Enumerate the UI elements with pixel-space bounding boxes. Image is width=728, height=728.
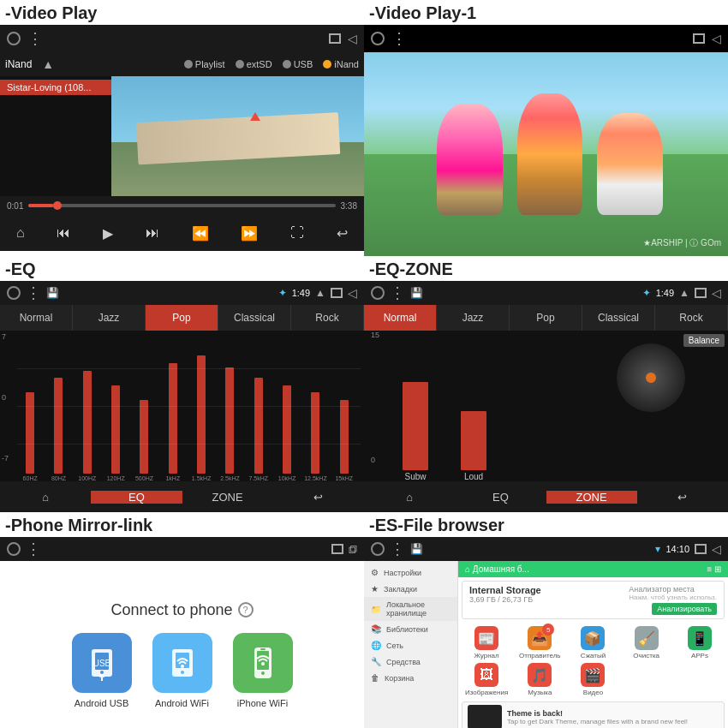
vp-fwd-btn[interactable]: ⏩	[234, 222, 265, 245]
vp1-back-icon[interactable]: ◁	[712, 32, 721, 45]
vp1-window-icon[interactable]	[693, 33, 705, 44]
eq-mode-pop[interactable]: Pop	[146, 305, 218, 331]
es-sidebar-settings[interactable]: ⚙ Настройки	[364, 564, 457, 581]
es-sidebar-local[interactable]: 📁 Локальное хранилище	[364, 597, 457, 621]
eqz-bottom-bar: ⌂ EQ ZONE ↩	[364, 481, 728, 512]
eqz-knob[interactable]	[617, 343, 685, 412]
eqz-circle-icon[interactable]	[371, 286, 385, 300]
vp1-circle-icon[interactable]	[371, 32, 385, 45]
eqz-window-icon[interactable]	[695, 288, 707, 298]
eq-menu-icon[interactable]: ⋮	[26, 283, 41, 302]
phone-menu-icon[interactable]: ⋮	[26, 540, 41, 558]
eqz-zone-btn[interactable]: ZONE	[546, 491, 637, 504]
es-sidebar-libraries[interactable]: 📚 Библиотеки	[364, 621, 457, 637]
es-menu-icon[interactable]: ⋮	[390, 540, 405, 558]
eqz-home-btn[interactable]: ⌂	[364, 491, 455, 504]
es-sidebar-bookmarks[interactable]: ★ Закладки	[364, 581, 457, 597]
phone-android-wifi[interactable]: Android WiFi	[152, 633, 212, 708]
eq-zone-btn[interactable]: ZONE	[182, 491, 273, 504]
phone-android-usb[interactable]: USB Android USB	[72, 633, 132, 708]
es-back-icon[interactable]: ◁	[712, 542, 721, 556]
eq-mode-rock[interactable]: Rock	[291, 305, 364, 331]
eq-mode-normal[interactable]: Normal	[0, 305, 73, 331]
vp-src-playlist[interactable]: Playlist	[184, 59, 225, 69]
vp-prev-btn[interactable]: ⏮	[50, 222, 77, 244]
phone-connect-text: Connect to phone ?	[110, 601, 253, 619]
es-grid-sender[interactable]: 📤 5 Отправитель	[515, 626, 564, 659]
es-theme-banner[interactable]: Theme is back! Tap to get Dark Theme, ma…	[462, 701, 725, 728]
eq-circle-icon[interactable]	[7, 286, 21, 300]
vp-menu-icon[interactable]: ⋮	[27, 29, 44, 48]
vp-next-btn[interactable]: ⏭	[139, 222, 166, 244]
es-grid-clean[interactable]: 🧹 Очистка	[622, 626, 671, 659]
eqz-mode-jazz[interactable]: Jazz	[437, 305, 510, 331]
eqz-back-btn[interactable]: ↩	[637, 491, 728, 504]
eq-bar-2_5khz[interactable]: 2.5kHZ	[217, 334, 242, 481]
eq-mode-classical[interactable]: Classical	[218, 305, 291, 331]
eq-back-icon[interactable]: ◁	[348, 286, 357, 300]
eq-bar-1khz[interactable]: 1kHZ	[160, 334, 186, 481]
vp-window-icon[interactable]	[329, 33, 341, 44]
eq-bar-60hz[interactable]: 60HZ	[17, 334, 43, 481]
vp-src-extsd[interactable]: extSD	[236, 59, 272, 69]
vp-circle-icon[interactable]	[7, 32, 21, 45]
phone-help-icon[interactable]: ?	[238, 602, 254, 618]
vp-src-usb[interactable]: USB	[283, 59, 313, 69]
eq-bar-1_5khz[interactable]: 1.5kHZ	[188, 334, 214, 481]
es-analyze-btn[interactable]: Анализировать	[652, 603, 717, 615]
vp-playlist-item[interactable]: Sistar-Loving (108...	[0, 80, 111, 95]
eqz-mode-normal[interactable]: Normal	[364, 305, 437, 331]
eqz-eq-btn[interactable]: EQ	[455, 491, 546, 504]
es-grid-journal[interactable]: 📰 Журнал	[462, 626, 511, 659]
phone-window-icon[interactable]	[331, 544, 343, 554]
eqz-bar-subw[interactable]: Subw	[390, 334, 441, 481]
es-circle-icon[interactable]	[371, 542, 385, 556]
eq-bar-7_5khz[interactable]: 7.5kHZ	[246, 334, 272, 481]
eqz-bar-loud[interactable]: Loud	[448, 334, 499, 481]
vp-rewind-btn[interactable]: ⏪	[185, 222, 216, 245]
es-grid-images[interactable]: 🖼 Изображения	[462, 663, 511, 696]
es-window-icon[interactable]	[695, 544, 707, 554]
vp-src-inand[interactable]: iNand	[323, 59, 359, 69]
vp-fullscreen-btn[interactable]: ⛶	[283, 222, 311, 244]
eq-bar-120hz[interactable]: 120HZ	[103, 334, 128, 481]
vp-progress-bar[interactable]: 0:01 3:38	[0, 196, 364, 215]
vp-play-btn[interactable]: ▶	[96, 222, 120, 245]
phone-cast-icon[interactable]: ⧉	[349, 542, 357, 557]
es-save-icon[interactable]: 💾	[410, 543, 423, 555]
eqz-mode-rock[interactable]: Rock	[655, 305, 728, 331]
es-grid-compressed[interactable]: 📦 Сжатый	[568, 626, 618, 659]
eq-bar-10khz[interactable]: 10kHZ	[274, 334, 300, 481]
eq-bar-500hz[interactable]: 500HZ	[131, 334, 157, 481]
eq-save-icon[interactable]: 💾	[46, 287, 59, 299]
es-grid-video[interactable]: 🎬 Видео	[568, 663, 618, 696]
eq-label-120hz: 120HZ	[107, 475, 125, 481]
eq-back-btn[interactable]: ↩	[273, 491, 364, 504]
vp-back-icon[interactable]: ◁	[348, 32, 357, 45]
eqz-save-icon[interactable]: 💾	[410, 287, 423, 299]
phone-iphone-wifi[interactable]: iPhone WiFi	[233, 633, 293, 708]
eqz-menu-icon[interactable]: ⋮	[390, 283, 405, 302]
vp-progress-track[interactable]	[28, 204, 335, 207]
vp-home-btn[interactable]: ⌂	[9, 222, 32, 244]
es-grid-apps[interactable]: 📱 APPs	[675, 626, 725, 659]
eq-bar-80hz[interactable]: 80HZ	[45, 334, 71, 481]
vp1-menu-icon[interactable]: ⋮	[391, 29, 407, 48]
phone-circle-icon[interactable]	[7, 542, 21, 556]
eq-home-btn[interactable]: ⌂	[0, 491, 91, 504]
es-sidebar-trash[interactable]: 🗑 Корзина	[364, 670, 457, 686]
es-sidebar-tools[interactable]: 🔧 Средства	[364, 653, 457, 670]
eqz-back-icon[interactable]: ◁	[712, 286, 721, 300]
eqz-balance-btn[interactable]: Balance	[683, 334, 725, 347]
eqz-mode-classical[interactable]: Classical	[582, 305, 655, 331]
eq-eq-btn[interactable]: EQ	[91, 491, 182, 504]
es-sidebar-network[interactable]: 🌐 Сеть	[364, 637, 457, 653]
es-grid-music[interactable]: 🎵 Музыка	[515, 663, 564, 696]
eq-bar-15khz[interactable]: 15kHZ	[331, 334, 357, 481]
eqz-mode-pop[interactable]: Pop	[510, 305, 582, 331]
eq-bar-100hz[interactable]: 100HZ	[75, 334, 100, 481]
eq-bar-12_5khz[interactable]: 12.5kHZ	[302, 334, 328, 481]
eq-window-icon[interactable]	[331, 288, 343, 298]
vp-back2-btn[interactable]: ↩	[330, 222, 355, 245]
eq-mode-jazz[interactable]: Jazz	[73, 305, 146, 331]
